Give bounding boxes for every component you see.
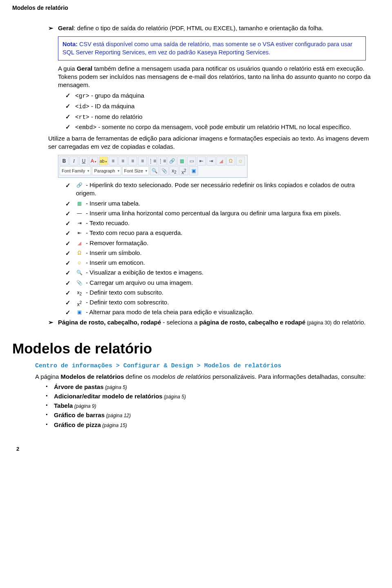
token-gr-text: - grupo da máquina bbox=[89, 92, 144, 99]
tool-superscript-text: - Definir texto com sobrescrito. bbox=[84, 299, 169, 306]
tool-hr: — - Inserir uma linha horizontal como pe… bbox=[56, 209, 376, 217]
link-1-pref: (página 5) bbox=[104, 385, 127, 390]
outdent-button[interactable]: ⇤ bbox=[197, 157, 206, 165]
tool-removefmt: ◢ - Remover formatação. bbox=[56, 239, 376, 247]
table-button[interactable]: ▦ bbox=[177, 157, 186, 165]
link-3-pref: (página 9) bbox=[73, 403, 96, 409]
link-5-pref: (página 15) bbox=[101, 423, 127, 428]
subscript-icon: x2 bbox=[76, 290, 83, 296]
superscript-button[interactable]: x2 bbox=[179, 166, 188, 175]
page-number: 2 bbox=[16, 445, 19, 453]
font-family-select[interactable]: Font Family bbox=[60, 166, 91, 175]
link-3: Tabela (página 9) bbox=[46, 402, 380, 410]
align-center-button[interactable]: ≡ bbox=[118, 157, 127, 165]
upload-button[interactable]: 📎 bbox=[160, 166, 169, 175]
sec-c: define os bbox=[124, 373, 152, 380]
link-2: Adicionar/editar modelo de relatórios (p… bbox=[46, 392, 380, 400]
token-gr: <gr> - grupo da máquina bbox=[56, 92, 376, 101]
breadcrumb: Centro de informações > Configurar & Des… bbox=[35, 362, 380, 370]
token-embd: <embd> - somente no corpo da mensagem, v… bbox=[56, 123, 376, 132]
bold-button[interactable]: B bbox=[60, 157, 69, 165]
image-button[interactable]: ▭ bbox=[187, 157, 196, 165]
align-left-button[interactable]: ≡ bbox=[109, 157, 118, 165]
tool-indent: ⇥ - Texto recuado. bbox=[56, 219, 376, 227]
link-1-label[interactable]: Árvore de pastas bbox=[54, 383, 104, 390]
tool-emoticon-text: - Inserir um emoticon. bbox=[84, 259, 145, 266]
tool-fullscreen: ▣ - Alternar para modo de tela cheia par… bbox=[56, 308, 376, 316]
tool-desc-list: 🔗 - Hiperlink do texto selecionado. Pode… bbox=[56, 181, 376, 317]
superscript-icon: x2 bbox=[76, 300, 83, 306]
link-4-pref: (página 12) bbox=[105, 413, 131, 418]
fullscreen-button[interactable]: ▣ bbox=[189, 166, 198, 175]
hr-icon: — bbox=[76, 210, 83, 217]
tool-table-text: - Inserir uma tabela. bbox=[84, 200, 140, 207]
section-title: Modelos de relatório bbox=[12, 339, 380, 358]
prc-pageref: (página 30) bbox=[305, 320, 332, 326]
editor-toolbar: B I U A ▾ ab ▾ ≡ ≡ ≡ ≡ ⋮≡ ⋮≡ 🔗 ▦ ▭ ⇤ ⇥ ◢… bbox=[58, 155, 247, 178]
preview-icon: 🔍 bbox=[76, 270, 83, 276]
token-rt-text: - nome do relatório bbox=[89, 113, 143, 120]
paragraph-2: Utilize a barra de ferramentas de edição… bbox=[48, 134, 376, 151]
link-4-label[interactable]: Gráfico de barras bbox=[54, 411, 105, 418]
symbol-button[interactable]: Ω bbox=[226, 157, 235, 165]
sec-b: Modelos de relatórios bbox=[61, 373, 124, 380]
clip-icon: 📎 bbox=[76, 280, 83, 286]
preview-button[interactable]: 🔍 bbox=[150, 166, 159, 175]
section-paragraph: A página Modelos de relatórios define os… bbox=[35, 373, 380, 381]
tool-removefmt-text: - Remover formatação. bbox=[84, 239, 149, 246]
sec-e: personalizáveis. Para informações detalh… bbox=[211, 373, 365, 380]
prc-a: - seleciona a bbox=[161, 319, 199, 326]
ol-button[interactable]: ⋮≡ bbox=[148, 157, 157, 165]
tool-indent-text: - Texto recuado. bbox=[84, 219, 129, 226]
prc-c: do relatório. bbox=[332, 319, 365, 326]
token-id-text: - ID da máquina bbox=[89, 103, 135, 110]
geral-bullet: Geral: define o tipo de saída do relatór… bbox=[48, 24, 376, 32]
fullscreen-icon: ▣ bbox=[76, 309, 83, 315]
paragraph-select[interactable]: Paragraph bbox=[92, 166, 121, 175]
nota-text: CSV está disponível como uma saída de re… bbox=[62, 41, 352, 56]
prc-b: página de rosto, cabeçalho e rodapé bbox=[199, 319, 305, 326]
eraser-icon: ◢ bbox=[76, 240, 83, 246]
token-embd-code: <embd> bbox=[75, 124, 96, 131]
subscript-button[interactable]: x2 bbox=[169, 166, 178, 175]
align-justify-button[interactable]: ≡ bbox=[138, 157, 147, 165]
highlight-button[interactable]: ab ▾ bbox=[99, 157, 108, 165]
page-header: Modelos de relatório bbox=[12, 4, 380, 12]
tool-upload-text: - Carregar um arquivo ou uma imagem. bbox=[84, 279, 193, 286]
link-5: Gráfico de pizza (página 15) bbox=[46, 421, 380, 429]
link-icon: 🔗 bbox=[76, 182, 83, 188]
smile-icon: ☺ bbox=[76, 260, 83, 266]
underline-button[interactable]: U bbox=[79, 157, 88, 165]
fontcolor-button[interactable]: A ▾ bbox=[89, 157, 98, 165]
tool-emoticon: ☺ - Inserir um emoticon. bbox=[56, 259, 376, 267]
para1-c: também define a mensagem usada para noti… bbox=[58, 65, 370, 89]
emoticon-button[interactable]: ☺ bbox=[236, 157, 245, 165]
omega-icon: Ω bbox=[76, 250, 83, 256]
token-rt: <rt> - nome do relatório bbox=[56, 113, 376, 122]
link-5-label[interactable]: Gráfico de pizza bbox=[54, 421, 101, 428]
tool-table: ▦ - Inserir uma tabela. bbox=[56, 199, 376, 208]
tool-preview: 🔍 - Visualizar a exibição de textos e im… bbox=[56, 268, 376, 277]
tool-fullscreen-text: - Alternar para modo de tela cheia para … bbox=[84, 309, 254, 315]
font-size-select[interactable]: Font Size bbox=[122, 166, 149, 175]
paragraph-1: A guia Geral também define a mensagem us… bbox=[58, 65, 376, 89]
tool-hyperlink-text: - Hiperlink do texto selecionado. Pode s… bbox=[76, 181, 355, 197]
tool-hr-text: - Inserir uma linha horizontal como perc… bbox=[84, 210, 341, 217]
italic-button[interactable]: I bbox=[69, 157, 78, 165]
para1-a: A guia bbox=[58, 65, 77, 72]
link-3-label[interactable]: Tabela bbox=[54, 402, 73, 409]
sec-d: modelos de relatórios bbox=[152, 373, 211, 380]
link-button[interactable]: 🔗 bbox=[167, 157, 176, 165]
indent-button[interactable]: ⇥ bbox=[207, 157, 216, 165]
link-2-pref: (página 5) bbox=[163, 394, 186, 400]
token-rt-code: <rt> bbox=[75, 114, 89, 121]
align-right-button[interactable]: ≡ bbox=[128, 157, 137, 165]
tool-superscript: x2 - Definir texto com sobrescrito. bbox=[56, 298, 376, 306]
nota-label: Nota: bbox=[62, 41, 78, 47]
eraser-button[interactable]: ◢ bbox=[216, 157, 225, 165]
ul-button[interactable]: ⋮≡ bbox=[158, 157, 167, 165]
link-list: Árvore de pastas (página 5) Adicionar/ed… bbox=[46, 383, 380, 429]
tool-preview-text: - Visualizar a exibição de textos e imag… bbox=[84, 269, 203, 276]
link-2-label[interactable]: Adicionar/editar modelo de relatórios bbox=[54, 393, 163, 400]
sec-a: A página bbox=[35, 373, 61, 380]
